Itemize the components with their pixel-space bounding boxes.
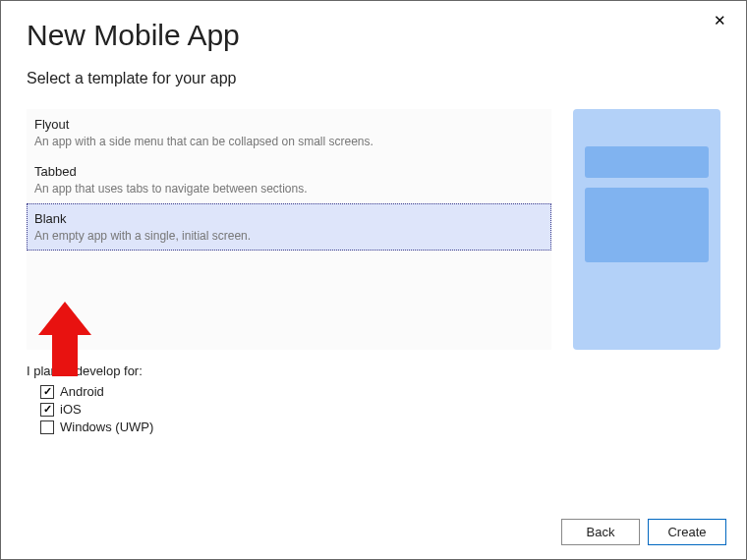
target-label: Android bbox=[60, 384, 104, 399]
template-item-tabbed[interactable]: Tabbed An app that uses tabs to navigate… bbox=[27, 156, 551, 203]
target-row-android: Android bbox=[40, 384, 720, 399]
target-label: iOS bbox=[60, 402, 82, 417]
template-title: Tabbed bbox=[34, 164, 542, 179]
checkbox-android[interactable] bbox=[40, 385, 54, 399]
template-desc: An app that uses tabs to navigate betwee… bbox=[34, 182, 542, 196]
template-list: Flyout An app with a side menu that can … bbox=[27, 109, 551, 350]
dialog-footer: Back Create bbox=[561, 519, 726, 545]
target-row-ios: iOS bbox=[40, 402, 720, 417]
template-title: Flyout bbox=[34, 117, 542, 132]
preview-block bbox=[585, 146, 709, 178]
middle-row: Flyout An app with a side menu that can … bbox=[27, 109, 720, 350]
target-row-uwp: Windows (UWP) bbox=[40, 420, 720, 434]
create-button[interactable]: Create bbox=[648, 519, 726, 545]
template-title: Blank bbox=[34, 211, 542, 226]
target-label: Windows (UWP) bbox=[60, 420, 153, 434]
close-icon: ✕ bbox=[714, 12, 726, 28]
dialog-title: New Mobile App bbox=[27, 19, 720, 52]
develop-for-label: I plan to develop for: bbox=[27, 364, 720, 378]
close-button[interactable]: ✕ bbox=[708, 11, 732, 29]
checkbox-uwp[interactable] bbox=[40, 420, 54, 434]
template-item-flyout[interactable]: Flyout An app with a side menu that can … bbox=[27, 109, 551, 156]
develop-for-section: I plan to develop for: Android iOS Windo… bbox=[27, 364, 720, 434]
template-item-blank[interactable]: Blank An empty app with a single, initia… bbox=[27, 203, 551, 251]
preview-block bbox=[585, 188, 709, 262]
template-desc: An empty app with a single, initial scre… bbox=[34, 229, 542, 243]
template-desc: An app with a side menu that can be coll… bbox=[34, 135, 542, 148]
back-button[interactable]: Back bbox=[561, 519, 640, 545]
dialog-subtitle: Select a template for your app bbox=[27, 70, 720, 87]
checkbox-ios[interactable] bbox=[40, 403, 54, 417]
preview-pane bbox=[573, 109, 720, 350]
dialog-content: New Mobile App Select a template for you… bbox=[1, 1, 746, 453]
